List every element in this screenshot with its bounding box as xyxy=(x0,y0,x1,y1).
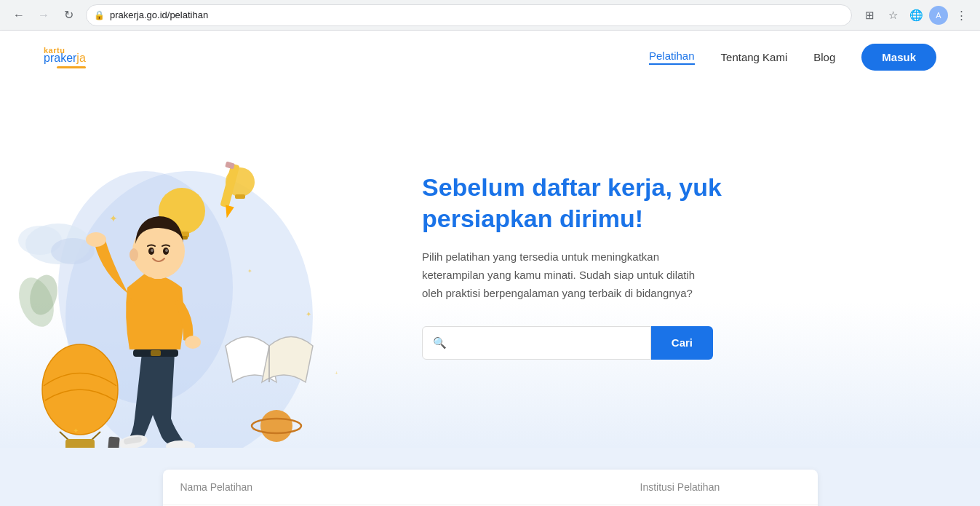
logo-underline xyxy=(57,66,86,68)
col-nama-pelatihan: Nama Pelatihan xyxy=(180,481,640,493)
masuk-button[interactable]: Masuk xyxy=(861,44,936,71)
logo-pra-text: pra xyxy=(44,52,60,65)
extension-button[interactable]: 🌐 xyxy=(906,5,926,25)
svg-point-41 xyxy=(165,249,168,252)
svg-rect-11 xyxy=(65,439,95,448)
svg-point-42 xyxy=(130,248,138,261)
table-header: Nama Pelatihan Institusi Pelatihan xyxy=(163,470,818,505)
svg-rect-52 xyxy=(106,436,119,448)
hero-title: Sebelum daftar kerja, yuk persiapkan dir… xyxy=(422,172,728,234)
nav-link-blog[interactable]: Blog xyxy=(813,51,835,63)
table-card: Nama Pelatihan Institusi Pelatihan PAKET… xyxy=(163,470,818,506)
svg-point-21 xyxy=(260,410,292,442)
hero-section: ✦ ✦ ✦ ✦ + + xyxy=(0,84,980,448)
svg-rect-16 xyxy=(235,194,245,199)
profile-avatar[interactable]: A xyxy=(929,6,948,25)
svg-rect-33 xyxy=(151,350,161,356)
svg-text:✦: ✦ xyxy=(109,213,118,224)
reload-button[interactable]: ↻ xyxy=(58,5,79,25)
address-bar[interactable]: 🔒 prakerja.go.id/pelatihan xyxy=(86,4,852,26)
search-icon: 🔍 xyxy=(433,336,447,349)
svg-point-34 xyxy=(86,232,106,247)
translate-button[interactable]: ⊞ xyxy=(859,5,880,25)
url-text: prakerja.go.id/pelatihan xyxy=(110,9,208,20)
hero-description: Pilih pelatihan yang tersedia untuk meni… xyxy=(422,248,713,302)
logo-ja-text: ja xyxy=(76,52,85,65)
svg-text:✦: ✦ xyxy=(306,310,311,318)
svg-point-40 xyxy=(151,249,154,252)
bottom-section: Nama Pelatihan Institusi Pelatihan PAKET… xyxy=(0,448,980,506)
svg-text:✦: ✦ xyxy=(73,427,79,435)
nav-link-tentang[interactable]: Tentang Kami xyxy=(721,51,788,63)
search-input[interactable] xyxy=(453,337,640,349)
search-row: 🔍 Cari xyxy=(422,326,713,360)
site-wrapper: kartu prakerja Pelatihan Tentang Kami Bl… xyxy=(0,31,980,506)
hero-content: Sebelum daftar kerja, yuk persiapkan dir… xyxy=(378,172,936,388)
col-institusi: Institusi Pelatihan xyxy=(640,481,800,493)
svg-rect-19 xyxy=(225,162,235,170)
svg-point-35 xyxy=(185,336,201,349)
logo-prakerja: prakerja xyxy=(44,52,86,65)
back-button[interactable]: ← xyxy=(9,5,29,25)
svg-text:✦: ✦ xyxy=(247,268,252,274)
svg-text:+: + xyxy=(335,370,338,376)
nav-link-pelatihan[interactable]: Pelatihan xyxy=(649,50,695,65)
logo-ker-text: ker xyxy=(60,52,76,65)
forward-button[interactable]: → xyxy=(33,5,54,25)
lock-icon: 🔒 xyxy=(94,10,105,20)
navbar: kartu prakerja Pelatihan Tentang Kami Bl… xyxy=(0,31,980,84)
cari-button[interactable]: Cari xyxy=(651,326,713,360)
browser-chrome: ← → ↻ 🔒 prakerja.go.id/pelatihan ⊞ ☆ 🌐 A… xyxy=(0,0,980,31)
nav-links: Pelatihan Tentang Kami Blog Masuk xyxy=(649,44,936,71)
search-box: 🔍 xyxy=(422,326,651,360)
hero-illustration: ✦ ✦ ✦ ✦ + + xyxy=(0,98,378,448)
logo: kartu prakerja xyxy=(44,46,86,68)
bookmark-button[interactable]: ☆ xyxy=(883,5,903,25)
more-button[interactable]: ⋮ xyxy=(951,5,971,25)
browser-nav-buttons: ← → ↻ xyxy=(9,5,79,25)
browser-actions: ⊞ ☆ 🌐 A ⋮ xyxy=(859,5,971,25)
